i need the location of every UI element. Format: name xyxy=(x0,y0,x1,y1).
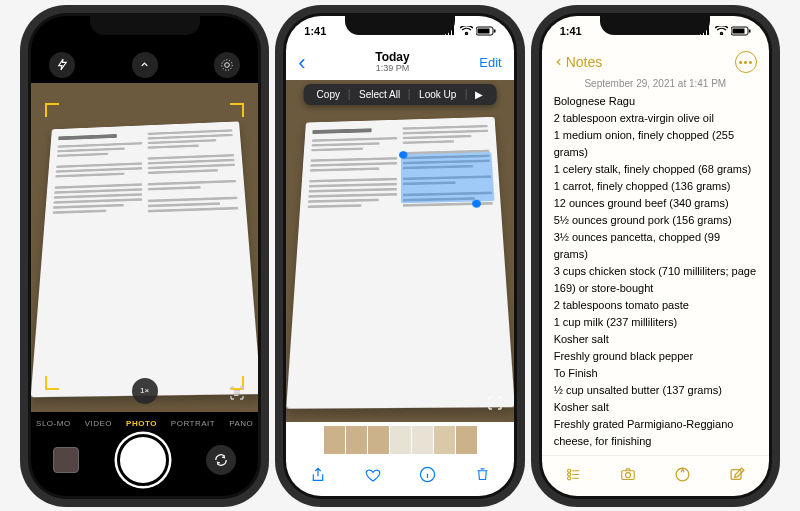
note-line: 2 tablespoons tomato paste xyxy=(554,297,757,314)
context-more-arrow[interactable]: ▶ xyxy=(466,89,492,100)
back-label: Notes xyxy=(566,54,603,70)
note-line: 1 carrot, finely chopped (136 grams) xyxy=(554,178,757,195)
photos-nav-bar: ‹ Today 1:39 PM Edit xyxy=(286,46,513,80)
flash-icon[interactable] xyxy=(49,52,75,78)
camera-icon[interactable] xyxy=(617,464,639,486)
notes-phone: 1:41 Notes ••• September 29, 2021 at 1:4… xyxy=(539,13,772,499)
thumb[interactable] xyxy=(367,426,389,454)
mode-slomo[interactable]: SLO-MO xyxy=(36,419,71,428)
camera-viewfinder[interactable]: 1× xyxy=(31,82,258,413)
note-line: 1 medium onion, finely chopped (255 gram… xyxy=(554,127,757,161)
thumb[interactable] xyxy=(455,426,477,454)
svg-rect-7 xyxy=(477,28,489,33)
note-line: 2 tablespoon extra-virgin olive oil xyxy=(554,110,757,127)
chevron-up-icon[interactable] xyxy=(132,52,158,78)
note-line: Kosher salt xyxy=(554,399,757,416)
svg-point-19 xyxy=(567,477,570,480)
photos-phone: 1:41 ‹ Today 1:39 PM Edit xyxy=(283,13,516,499)
compose-icon[interactable] xyxy=(727,464,749,486)
camera-phone: 1× SLO-MO VIDEO PHOTO PORTRAIT PANO xyxy=(28,13,261,499)
thumbnail-strip[interactable] xyxy=(286,422,513,458)
live-text-corner xyxy=(230,103,244,117)
note-line: Freshly ground black pepper xyxy=(554,348,757,365)
note-body[interactable]: September 29, 2021 at 1:41 PM Bolognese … xyxy=(542,76,769,455)
note-line: Kosher salt xyxy=(554,331,757,348)
info-icon[interactable] xyxy=(416,464,438,486)
live-text-corner xyxy=(45,376,59,390)
share-icon[interactable] xyxy=(307,464,329,486)
note-line: 12 ounces ground beef (340 grams) xyxy=(554,195,757,212)
status-time: 1:41 xyxy=(560,25,582,37)
mode-portrait[interactable]: PORTRAIT xyxy=(171,419,215,428)
text-selection[interactable] xyxy=(401,152,495,203)
note-line: ½ cup unsalted butter (137 grams) xyxy=(554,382,757,399)
more-icon: ••• xyxy=(739,56,754,68)
live-text-icon[interactable] xyxy=(226,382,248,404)
context-look-up[interactable]: Look Up xyxy=(410,89,466,100)
context-menu: Copy Select All Look Up ▶ xyxy=(304,84,497,105)
thumb[interactable] xyxy=(345,426,367,454)
mode-photo[interactable]: PHOTO xyxy=(126,419,157,428)
live-photo-icon[interactable] xyxy=(214,52,240,78)
status-time: 1:41 xyxy=(304,25,326,37)
heart-icon[interactable] xyxy=(362,464,384,486)
notes-nav-bar: Notes ••• xyxy=(542,46,769,76)
svg-point-0 xyxy=(225,62,230,67)
live-text-corner xyxy=(45,103,59,117)
wifi-icon xyxy=(460,26,473,35)
svg-rect-15 xyxy=(732,28,744,33)
note-line: 3½ ounces pancetta, chopped (99 grams) xyxy=(554,229,757,263)
note-line: 5½ ounces ground pork (156 grams) xyxy=(554,212,757,229)
camera-mode-row[interactable]: SLO-MO VIDEO PHOTO PORTRAIT PANO xyxy=(31,413,258,432)
marker-icon[interactable] xyxy=(672,464,694,486)
notch xyxy=(600,13,710,35)
notes-screen: 1:41 Notes ••• September 29, 2021 at 1:4… xyxy=(542,16,769,496)
trash-icon[interactable] xyxy=(471,464,493,486)
note-line: Freshly grated Parmigiano-Reggiano chees… xyxy=(554,416,757,450)
nav-title: Today 1:39 PM xyxy=(375,51,409,73)
context-copy[interactable]: Copy xyxy=(308,89,350,100)
zoom-level[interactable]: 1× xyxy=(132,378,158,404)
live-text-icon[interactable] xyxy=(484,392,506,414)
photo-viewer[interactable]: Copy Select All Look Up ▶ xyxy=(286,80,513,422)
thumb[interactable] xyxy=(389,426,411,454)
mode-pano[interactable]: PANO xyxy=(229,419,253,428)
note-line: 3 cups chicken stock (710 milliliters; p… xyxy=(554,263,757,297)
note-line: 1 cup milk (237 milliliters) xyxy=(554,314,757,331)
photos-screen: 1:41 ‹ Today 1:39 PM Edit xyxy=(286,16,513,496)
note-line: To Finish xyxy=(554,365,757,382)
shutter-button[interactable] xyxy=(117,434,169,486)
zoom-button[interactable]: 1× xyxy=(132,378,158,404)
mode-video[interactable]: VIDEO xyxy=(85,419,112,428)
battery-icon xyxy=(476,26,496,36)
book-photo xyxy=(287,116,514,408)
notch xyxy=(90,13,200,35)
camera-flip-icon[interactable] xyxy=(206,445,236,475)
edit-button[interactable]: Edit xyxy=(479,55,501,70)
thumb[interactable] xyxy=(433,426,455,454)
checklist-icon[interactable] xyxy=(562,464,584,486)
last-photo-thumbnail[interactable] xyxy=(53,447,79,473)
context-select-all[interactable]: Select All xyxy=(350,89,410,100)
svg-point-1 xyxy=(222,59,233,70)
note-line: 1 celery stalk, finely chopped (68 grams… xyxy=(554,161,757,178)
camera-top-controls xyxy=(31,46,258,82)
svg-rect-16 xyxy=(749,29,751,32)
notes-toolbar xyxy=(542,455,769,496)
back-button[interactable]: ‹ xyxy=(298,50,305,76)
selection-handle-start[interactable] xyxy=(399,151,407,159)
more-button[interactable]: ••• xyxy=(735,51,757,73)
nav-title-line2: 1:39 PM xyxy=(375,64,409,73)
book-page xyxy=(31,121,258,397)
thumb[interactable] xyxy=(323,426,345,454)
back-button[interactable]: Notes xyxy=(554,54,603,70)
photos-toolbar xyxy=(286,458,513,496)
thumb[interactable] xyxy=(411,426,433,454)
svg-point-21 xyxy=(625,473,630,478)
note-line: Bolognese Ragu xyxy=(554,93,757,110)
svg-point-18 xyxy=(567,473,570,476)
wifi-icon xyxy=(715,26,728,35)
battery-icon xyxy=(731,26,751,36)
camera-bottom-row xyxy=(31,432,258,496)
notch xyxy=(345,13,455,35)
